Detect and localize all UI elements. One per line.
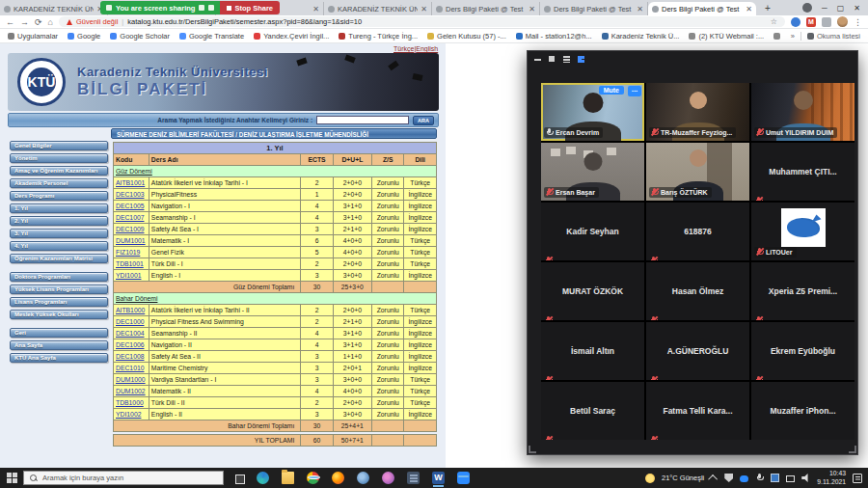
list-view-icon[interactable] [562, 55, 571, 64]
tab-close-icon[interactable]: ✕ [420, 5, 427, 14]
browser-tab[interactable]: KARADENİZ TEKNİK ÜNİVERSİT✕ [324, 2, 432, 15]
edge-taskbar-icon[interactable] [257, 472, 269, 484]
course-code-link[interactable]: DEC1009 [116, 226, 144, 232]
sidebar-item-genel-bilgiler[interactable]: Genel Bilgiler [10, 141, 108, 150]
extensions-puzzle-icon[interactable] [822, 17, 831, 27]
tab-close-icon[interactable]: ✕ [746, 5, 752, 14]
sidebar-item-y-ksek-lisans-programlar-[interactable]: Yüksek Lisans Programları [10, 285, 108, 294]
participant-tile[interactable]: İsmail Altın [541, 322, 644, 380]
participant-tile[interactable]: 618876 [646, 203, 749, 260]
resize-handle[interactable] [529, 446, 536, 453]
bookmarks-overflow-icon[interactable]: » [791, 32, 795, 41]
course-code-link[interactable]: YDI1001 [116, 272, 141, 279]
sidebar-item-ana-sayfa[interactable]: Ana Sayfa [10, 340, 108, 350]
calc-taskbar-icon[interactable] [407, 472, 420, 484]
not-secure-label[interactable]: Güvenli değil [76, 17, 118, 26]
participant-tile[interactable]: Ersan Başar [541, 143, 644, 201]
sidebar-item-geri[interactable]: Geri [10, 328, 108, 338]
course-code-link[interactable]: TDB1001 [116, 260, 144, 267]
sidebar-item-akademik-personel[interactable]: Akademik Personel [10, 178, 108, 188]
search-button[interactable]: ARA [413, 116, 434, 125]
mic-tray-icon[interactable] [755, 474, 764, 482]
participant-tile[interactable]: Betül Saraç [541, 382, 644, 440]
sidebar-item-y-netim[interactable]: Yönetim [10, 153, 108, 163]
participant-tile[interactable]: Muzaffer iPhon... [751, 382, 854, 440]
bookmark-item[interactable]: Gelen Kutusu (57) -... [427, 32, 506, 41]
close-icon[interactable]: ✕ [854, 4, 860, 13]
bookmark-item[interactable]: Mail - station12@h... [516, 32, 592, 41]
bookmark-item[interactable]: Yandex.Çeviri İngil... [254, 32, 329, 41]
bookmark-item[interactable]: (2) KTÜ Webmail :... [689, 32, 764, 41]
globe-taskbar-icon[interactable] [357, 472, 369, 484]
volume-icon[interactable] [801, 474, 810, 482]
participant-tile[interactable]: TR-Muzaffer Feyziog... [646, 83, 749, 141]
bookmark-item[interactable]: Tureng - Türkçe İng... [339, 32, 418, 41]
course-code-link[interactable]: DEC1006 [116, 341, 144, 348]
sidebar-item-1-y-l[interactable]: 1. Yıl [10, 203, 108, 213]
sidebar-item-4-y-l[interactable]: 4. Yıl [10, 241, 108, 251]
sidebar-item-ders-program-[interactable]: Ders Programı [10, 191, 108, 201]
hidden-icons-chevron[interactable] [708, 474, 718, 484]
course-code-link[interactable]: AITB1000 [116, 307, 145, 313]
resize-handle[interactable] [849, 446, 856, 453]
weather-sun-icon[interactable] [645, 474, 655, 483]
zoom-taskbar-icon[interactable] [457, 472, 470, 484]
minimize-icon[interactable] [533, 55, 542, 64]
notification-center-icon[interactable] [853, 474, 862, 483]
browser-tab[interactable]: Ders Bilgi Paketi @ Test✕ [432, 2, 540, 15]
home-icon[interactable]: ⌂ [48, 17, 53, 27]
minimize-icon[interactable]: ─ [822, 4, 827, 13]
mic-icon[interactable] [199, 5, 204, 11]
tab-close-icon[interactable]: ✕ [529, 5, 535, 14]
taskbar-clock[interactable]: 10:43 9.11.2021 [817, 470, 846, 486]
bookmark-item[interactable]: Karadeniz Teknik Ü... [602, 32, 680, 41]
participant-tile[interactable]: Xperia Z5 Premi... [751, 262, 854, 320]
sidebar-item--renim-kazan-mlar-matrisi[interactable]: Öğrenim Kazanımları Matrisi [10, 254, 108, 263]
task-view-button[interactable] [233, 473, 245, 484]
participant-tile[interactable]: A.GÜNEROĞLU [646, 322, 749, 380]
participant-tile[interactable]: Kadir Seyhan [541, 203, 644, 260]
sidebar-item-2-y-l[interactable]: 2. Yıl [10, 216, 108, 226]
sidebar-item-kt-ana-sayfa[interactable]: KTÜ Ana Sayfa [10, 353, 108, 363]
semester-link[interactable]: Güz Dönemi [116, 168, 152, 175]
bookmark-item[interactable]: Uygulamalar [8, 32, 58, 41]
taskbar-search-input[interactable]: Aramak için buraya yazın [23, 471, 224, 485]
profile-avatar[interactable] [837, 16, 848, 27]
course-code-link[interactable]: DEC1010 [116, 365, 144, 371]
course-code-link[interactable]: AITB1001 [116, 179, 145, 186]
url-text[interactable]: katalog.ktu.edu.tr/DersBilgiPaketi/semes… [127, 17, 767, 26]
reading-list-button[interactable]: Okuma listesi [807, 32, 860, 41]
bookmark-item[interactable]: Google [68, 32, 100, 41]
participant-tile[interactable]: Fatma Telli Kara... [646, 382, 749, 440]
start-button[interactable] [0, 468, 23, 488]
display-tray-icon[interactable] [786, 475, 795, 482]
participant-tile[interactable]: Hasan Ölmez [646, 262, 749, 320]
zoom-tray-icon[interactable] [740, 475, 748, 482]
browser-tab[interactable]: Ders Bilgi Paketi @ Test✕ [648, 2, 756, 15]
course-code-link[interactable]: FIZ1019 [116, 249, 140, 256]
extension-icon[interactable] [791, 17, 800, 27]
tab-close-icon[interactable]: ✕ [637, 5, 643, 14]
forward-icon[interactable]: → [20, 17, 29, 27]
course-code-link[interactable]: DUM1000 [116, 376, 146, 383]
lang-english-link[interactable]: English [416, 45, 438, 52]
explorer-taskbar-icon[interactable] [282, 472, 294, 484]
video-icon[interactable] [208, 5, 214, 11]
browser-tab[interactable]: Ders Bilgi Paketi @ Test✕ [540, 2, 648, 15]
course-code-link[interactable]: DEC1008 [116, 353, 144, 360]
sidebar-item-lisans-programlar-[interactable]: Lisans Programları [10, 297, 108, 307]
course-code-link[interactable]: DUM1002 [116, 388, 146, 394]
search-input[interactable] [316, 116, 409, 124]
tab-close-icon[interactable]: ✕ [312, 5, 319, 14]
participant-tile[interactable]: Ekrem Eyüboğlu [751, 322, 854, 380]
photos-tray-icon[interactable] [771, 474, 779, 482]
reload-icon[interactable]: ⟳ [35, 17, 42, 27]
participant-tile[interactable]: Barış ÖZTÜRK [646, 143, 749, 201]
not-secure-icon[interactable] [67, 19, 72, 25]
bookmark-item[interactable]: Google Translate [179, 32, 244, 41]
address-bar[interactable]: Güvenli değil | katalog.ktu.edu.tr/DersB… [59, 16, 785, 27]
weather-text[interactable]: 21°C Güneşli [662, 474, 704, 482]
course-code-link[interactable]: DEC1000 [116, 318, 144, 325]
more-options-button[interactable]: ... [628, 86, 641, 96]
new-tab-button[interactable]: + [762, 3, 773, 14]
